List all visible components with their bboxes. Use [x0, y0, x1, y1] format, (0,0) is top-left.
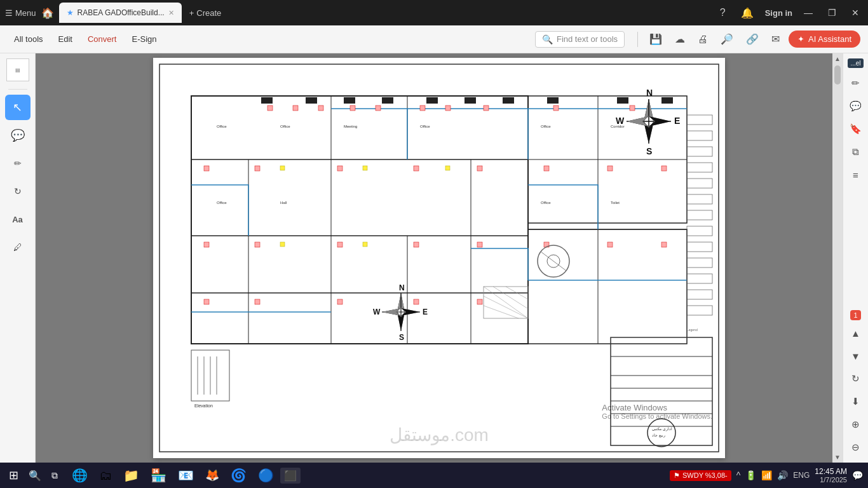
clock-date: 1/7/2025 [815, 476, 847, 484]
hamburger-icon: ☰ [5, 8, 13, 18]
restore-button[interactable]: ❐ [824, 6, 840, 19]
svg-rect-17 [293, 105, 298, 111]
svg-rect-20 [376, 105, 381, 111]
notification-center-icon[interactable]: 💬 [852, 470, 863, 480]
email-button[interactable]: ✉ [768, 30, 783, 48]
annotate-tool-button[interactable]: ✏ [5, 151, 31, 176]
comment-tool-button[interactable]: 💬 [5, 123, 31, 148]
layers-panel-button[interactable]: ≡ [846, 165, 866, 185]
svg-rect-34 [204, 242, 209, 247]
svg-rect-59 [547, 97, 559, 104]
help-button[interactable]: ? [716, 4, 729, 21]
vertical-scrollbar[interactable]: ▲ ▼ [832, 53, 843, 463]
svg-rect-16 [268, 105, 273, 111]
svg-rect-24 [553, 105, 559, 111]
scroll-up-button[interactable]: ▲ [832, 53, 843, 64]
svg-rect-51 [363, 242, 367, 247]
svg-rect-50 [280, 242, 285, 247]
new-tab-button[interactable]: + Create [184, 6, 227, 20]
menu-label: Menu [15, 8, 36, 18]
home-button[interactable]: 🏠 [41, 7, 54, 19]
search-bar[interactable]: 🔍 Find text or tools [535, 31, 625, 48]
svg-text:Legend: Legend [687, 328, 698, 332]
zoom-button[interactable]: 🔎 [717, 30, 737, 48]
comment-panel-button[interactable]: 💬 [846, 96, 866, 116]
minimize-button[interactable]: — [800, 6, 817, 19]
svg-text:N: N [399, 283, 405, 292]
svg-rect-18 [318, 105, 323, 111]
battery-icon: 🔋 [745, 470, 756, 480]
scroll-up-right[interactable]: ▲ [846, 323, 866, 343]
active-tab[interactable]: ★ RABEA GADOfficeBuild... ✕ [59, 3, 182, 23]
pdf-page: N S W E N S [153, 58, 725, 458]
start-button[interactable]: ⊞ [5, 466, 22, 485]
svg-rect-52 [261, 97, 273, 104]
clock[interactable]: 12:45 AM 1/7/2025 [815, 467, 847, 484]
tray-expand-icon[interactable]: ^ [736, 470, 741, 480]
text-tool-button[interactable]: Aa [5, 207, 31, 232]
draw-tool-button[interactable]: ↻ [5, 179, 31, 204]
all-tools-button[interactable]: All tools [8, 29, 50, 50]
convert-button[interactable]: Convert [81, 29, 123, 50]
print-button[interactable]: 🖨 [694, 31, 712, 48]
wifi-icon: 📶 [761, 470, 772, 480]
lang-badge: ...el [848, 58, 863, 68]
lang-indicator[interactable]: ENG [793, 471, 810, 480]
page-thumbnail: ▤ [6, 58, 29, 81]
esign-button[interactable]: E-Sign [125, 29, 163, 50]
ai-assistant-button[interactable]: ✦ AI Assistant [789, 30, 860, 48]
taskbar-app-pdf[interactable]: ⬛ [280, 468, 301, 484]
task-view-button[interactable]: ⧉ [48, 468, 62, 484]
toolbar-right: 💾 ☁ 🖨 🔎 🔗 ✉ ✦ AI Assistant [635, 30, 860, 48]
svg-rect-27 [255, 166, 260, 171]
zoom-out-button[interactable]: ⊖ [846, 437, 866, 458]
edit-panel-button[interactable]: ✏ [846, 73, 866, 93]
taskbar-app-edge[interactable]: 🌀 [226, 465, 252, 485]
svg-rect-36 [337, 242, 342, 247]
stamp-tool-button[interactable]: 🖊 [5, 234, 31, 260]
taskbar-app-chrome[interactable]: 🔵 [253, 465, 279, 485]
title-bar-left: ☰ Menu 🏠 ★ RABEA GADOfficeBuild... ✕ + C… [5, 3, 716, 23]
swdy-badge[interactable]: ⚑ SWDY %3,08- [670, 470, 731, 481]
link-button[interactable]: 🔗 [742, 30, 763, 48]
bookmark-panel-button[interactable]: 🔖 [846, 119, 866, 139]
left-sidebar: ▤ ↖ 💬 ✏ ↻ Aa 🖊 [0, 53, 36, 463]
volume-icon[interactable]: 🔊 [777, 470, 788, 480]
save-button[interactable]: 💾 [646, 30, 666, 48]
svg-rect-53 [306, 97, 317, 104]
tab-close-button[interactable]: ✕ [168, 9, 174, 17]
svg-text:Office: Office [541, 201, 551, 205]
divider [637, 32, 638, 47]
close-button[interactable]: ✕ [848, 6, 863, 19]
svg-rect-23 [484, 105, 489, 111]
taskbar-app-explorer[interactable]: 📁 [118, 465, 144, 485]
copy-panel-button[interactable]: ⧉ [846, 142, 866, 162]
download-panel-button[interactable]: ⬇ [846, 391, 866, 412]
select-tool-button[interactable]: ↖ [5, 95, 31, 120]
search-button[interactable]: 🔍 [25, 467, 45, 484]
search-placeholder: Find text or tools [557, 34, 618, 44]
taskbar-app-files[interactable]: 🗂 [94, 466, 117, 485]
refresh-button[interactable]: ↻ [846, 369, 866, 389]
edit-button[interactable]: Edit [52, 29, 79, 50]
taskbar-app-browser[interactable]: 🌐 [67, 465, 93, 485]
tab-area: ★ RABEA GADOfficeBuild... ✕ + Create [59, 3, 227, 23]
taskbar-app-store[interactable]: 🏪 [146, 465, 172, 485]
ai-icon: ✦ [797, 34, 804, 44]
notification-button[interactable]: 🔔 [737, 4, 757, 22]
svg-rect-31 [544, 166, 549, 171]
taskbar-app-mail[interactable]: 📧 [173, 465, 199, 485]
upload-button[interactable]: ☁ [671, 30, 689, 48]
zoom-in-button[interactable]: ⊕ [846, 414, 866, 435]
tab-title: RABEA GADOfficeBuild... [78, 8, 165, 17]
svg-rect-21 [420, 105, 425, 111]
taskbar-app-firefox[interactable]: 🦊 [200, 466, 224, 485]
menu-button[interactable]: ☰ Menu [5, 8, 36, 18]
svg-rect-56 [426, 97, 438, 104]
scroll-down-button[interactable]: ▼ [832, 452, 843, 463]
taskbar: ⊞ 🔍 ⧉ 🌐 🗂 📁 🏪 📧 🦊 🌀 🔵 ⬛ ⚑ SWDY %3,08- ^ … [0, 463, 868, 488]
scroll-down-right[interactable]: ▼ [846, 346, 866, 366]
svg-rect-42 [204, 299, 209, 304]
scroll-thumb[interactable] [834, 65, 841, 85]
svg-rect-35 [255, 242, 260, 247]
